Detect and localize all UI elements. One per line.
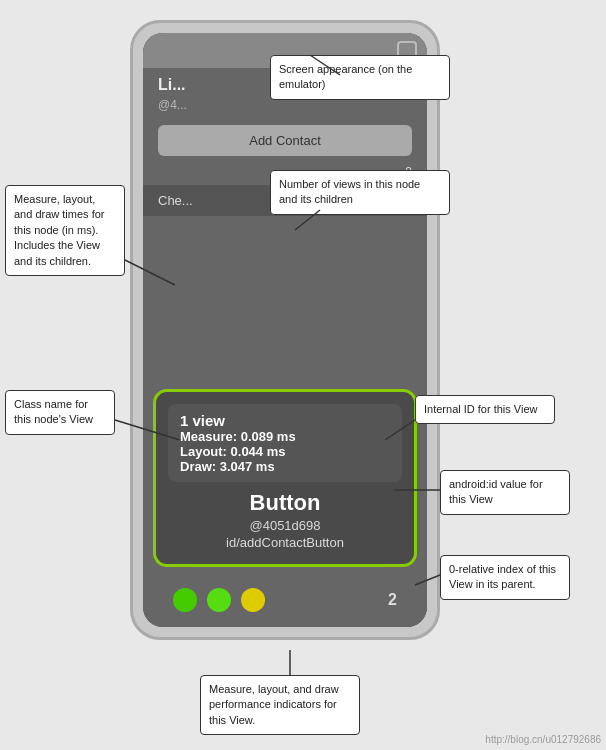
- screen-content: Li... @4... Add Contact 0 Che... 1 1 vie…: [143, 33, 427, 627]
- callout-measure-layout-draw: Measure, layout, and draw times for this…: [5, 185, 125, 276]
- node-class-name: Button: [168, 490, 402, 516]
- phone-frame: Li... @4... Add Contact 0 Che... 1 1 vie…: [130, 20, 440, 640]
- node-memory-address: @4051d698: [168, 518, 402, 533]
- perf-dot-yellow: [241, 588, 265, 612]
- view-index: 2: [388, 591, 397, 609]
- callout-perf-indicators: Measure, layout, and draw performance in…: [200, 675, 360, 735]
- view-count-box: 1 view Measure: 0.089 ms Layout: 0.044 m…: [168, 404, 402, 482]
- screen-subtitle: @4...: [143, 98, 427, 120]
- watermark: http://blog.cn/u012792686: [485, 734, 601, 745]
- node-resource-id: id/addContactButton: [168, 535, 402, 550]
- callout-num-views: Number of views in this node and its chi…: [270, 170, 450, 215]
- callout-internal-id: Internal ID for this View: [415, 395, 555, 424]
- contact-name: Che...: [158, 193, 193, 208]
- performance-indicators: 2: [153, 588, 417, 612]
- measure-time: Measure: 0.089 ms: [180, 429, 390, 444]
- view-count: 1 view: [180, 412, 390, 429]
- add-contact-button[interactable]: Add Contact: [158, 125, 412, 156]
- callout-screen-appearance: Screen appearance (on the emulator): [270, 55, 450, 100]
- phone-screen: Li... @4... Add Contact 0 Che... 1 1 vie…: [143, 33, 427, 627]
- draw-time: Draw: 3.047 ms: [180, 459, 390, 474]
- highlighted-node: 1 view Measure: 0.089 ms Layout: 0.044 m…: [153, 389, 417, 567]
- perf-dot-green2: [207, 588, 231, 612]
- callout-android-id: android:id value for this View: [440, 470, 570, 515]
- perf-dot-green1: [173, 588, 197, 612]
- callout-class-name: Class name for this node's View: [5, 390, 115, 435]
- callout-zero-relative: 0-relative index of this View in its par…: [440, 555, 570, 600]
- layout-time: Layout: 0.044 ms: [180, 444, 390, 459]
